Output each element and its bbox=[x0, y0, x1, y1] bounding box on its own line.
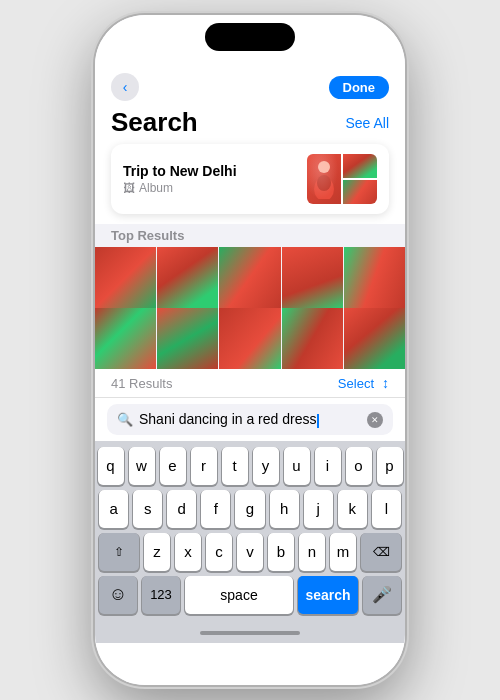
album-card[interactable]: Trip to New Delhi 🖼 Album bbox=[111, 144, 389, 214]
key-q[interactable]: q bbox=[98, 447, 124, 485]
text-cursor bbox=[317, 414, 319, 428]
key-l[interactable]: l bbox=[372, 490, 401, 528]
key-c[interactable]: c bbox=[206, 533, 232, 571]
delete-key[interactable]: ⌫ bbox=[361, 533, 401, 571]
top-results-label: Top Results bbox=[95, 224, 405, 247]
key-f[interactable]: f bbox=[201, 490, 230, 528]
page-title-row: Search See All bbox=[95, 105, 405, 144]
select-button[interactable]: Select bbox=[338, 376, 374, 391]
phone-screen: ‹ Done Search See All Trip to New Delhi … bbox=[95, 15, 405, 685]
album-photo-3 bbox=[343, 180, 377, 204]
photo-cell-5[interactable] bbox=[344, 247, 405, 308]
results-actions: Select ↕ bbox=[338, 375, 389, 391]
svg-point-2 bbox=[317, 175, 331, 191]
key-s[interactable]: s bbox=[133, 490, 162, 528]
see-all-button[interactable]: See All bbox=[345, 115, 389, 131]
photo-cell-10[interactable] bbox=[344, 308, 405, 369]
album-info: Trip to New Delhi 🖼 Album bbox=[123, 163, 237, 195]
photo-cell-3[interactable] bbox=[219, 247, 280, 308]
keyboard-row-4: ☺ 123 space search 🎤 bbox=[99, 576, 401, 614]
album-title: Trip to New Delhi bbox=[123, 163, 237, 179]
photo-cell-6[interactable] bbox=[95, 308, 156, 369]
dynamic-island bbox=[205, 23, 295, 51]
photo-cell-4[interactable] bbox=[282, 247, 343, 308]
clear-button[interactable]: ✕ bbox=[367, 412, 383, 428]
search-key[interactable]: search bbox=[298, 576, 358, 614]
content-area: ‹ Done Search See All Trip to New Delhi … bbox=[95, 65, 405, 685]
key-a[interactable]: a bbox=[99, 490, 128, 528]
key-o[interactable]: o bbox=[346, 447, 372, 485]
key-z[interactable]: z bbox=[144, 533, 170, 571]
key-m[interactable]: m bbox=[330, 533, 356, 571]
key-i[interactable]: i bbox=[315, 447, 341, 485]
page-title: Search bbox=[111, 107, 198, 138]
person-figure bbox=[310, 159, 338, 199]
results-count: 41 Results bbox=[111, 376, 172, 391]
key-w[interactable]: w bbox=[129, 447, 155, 485]
space-key[interactable]: space bbox=[185, 576, 293, 614]
photo-grid-row2 bbox=[95, 308, 405, 369]
key-v[interactable]: v bbox=[237, 533, 263, 571]
key-g[interactable]: g bbox=[235, 490, 264, 528]
home-indicator bbox=[200, 631, 300, 635]
key-h[interactable]: h bbox=[270, 490, 299, 528]
photo-cell-9[interactable] bbox=[282, 308, 343, 369]
key-k[interactable]: k bbox=[338, 490, 367, 528]
photo-cell-1[interactable] bbox=[95, 247, 156, 308]
key-j[interactable]: j bbox=[304, 490, 333, 528]
results-bar: 41 Results Select ↕ bbox=[95, 369, 405, 397]
status-bar bbox=[95, 15, 405, 65]
back-icon: ‹ bbox=[123, 79, 128, 95]
keyboard-row-3: ⇧ z x c v b n m ⌫ bbox=[99, 533, 401, 571]
photo-cell-8[interactable] bbox=[219, 308, 280, 369]
photo-cell-7[interactable] bbox=[157, 308, 218, 369]
phone-device: ‹ Done Search See All Trip to New Delhi … bbox=[95, 15, 405, 685]
album-photo-2 bbox=[343, 154, 377, 178]
album-icon: 🖼 bbox=[123, 181, 135, 195]
shift-key[interactable]: ⇧ bbox=[99, 533, 139, 571]
key-r[interactable]: r bbox=[191, 447, 217, 485]
header: ‹ Done bbox=[95, 65, 405, 105]
sort-icon[interactable]: ↕ bbox=[382, 375, 389, 391]
key-b[interactable]: b bbox=[268, 533, 294, 571]
svg-point-0 bbox=[318, 161, 330, 173]
back-button[interactable]: ‹ bbox=[111, 73, 139, 101]
key-n[interactable]: n bbox=[299, 533, 325, 571]
album-subtitle-text: Album bbox=[139, 181, 173, 195]
keyboard-row-1: q w e r t y u i o p bbox=[99, 447, 401, 485]
bottom-bar bbox=[95, 623, 405, 643]
search-value: Shani dancing in a red dress bbox=[139, 411, 316, 427]
keyboard-row-2: a s d f g h j k l bbox=[99, 490, 401, 528]
mic-key[interactable]: 🎤 bbox=[363, 576, 401, 614]
key-y[interactable]: y bbox=[253, 447, 279, 485]
search-input-text[interactable]: Shani dancing in a red dress bbox=[139, 411, 361, 427]
photo-grid-row1 bbox=[95, 247, 405, 308]
key-d[interactable]: d bbox=[167, 490, 196, 528]
done-button[interactable]: Done bbox=[329, 76, 390, 99]
search-bar-container: 🔍 Shani dancing in a red dress ✕ bbox=[95, 397, 405, 440]
search-icon: 🔍 bbox=[117, 412, 133, 427]
album-photo-main bbox=[307, 154, 341, 204]
svg-point-1 bbox=[314, 177, 334, 199]
album-photos bbox=[307, 154, 377, 204]
search-bar[interactable]: 🔍 Shani dancing in a red dress ✕ bbox=[107, 404, 393, 434]
numbers-key[interactable]: 123 bbox=[142, 576, 180, 614]
album-subtitle: 🖼 Album bbox=[123, 181, 237, 195]
key-u[interactable]: u bbox=[284, 447, 310, 485]
key-e[interactable]: e bbox=[160, 447, 186, 485]
photo-cell-2[interactable] bbox=[157, 247, 218, 308]
key-x[interactable]: x bbox=[175, 533, 201, 571]
key-p[interactable]: p bbox=[377, 447, 403, 485]
key-t[interactable]: t bbox=[222, 447, 248, 485]
keyboard: q w e r t y u i o p a s d f g bbox=[95, 441, 405, 623]
emoji-key[interactable]: ☺ bbox=[99, 576, 137, 614]
